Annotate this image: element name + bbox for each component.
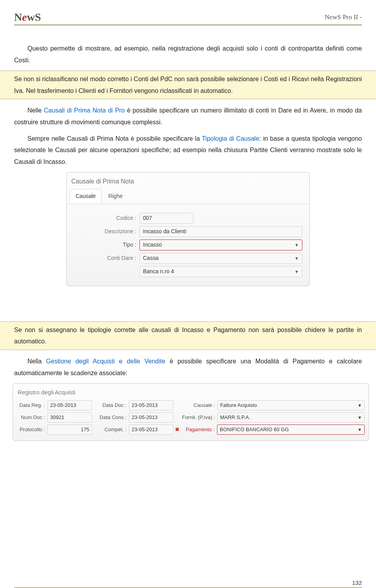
window-title: Registro degli Acquisti: [17, 386, 365, 400]
link-causali-prima-nota[interactable]: Causali di Prima Nota di Pro: [44, 107, 125, 114]
label-data-doc: Data Doc :: [94, 401, 127, 410]
field-tipo-row: Tipo : Incasso▼: [74, 240, 302, 250]
window-title: Causale di Prima Nota: [67, 172, 309, 189]
tab-causale[interactable]: Causale: [70, 189, 101, 204]
paragraph-causali: Nelle Causali di Prima Nota di Pro è pos…: [14, 105, 362, 128]
window-causale-prima-nota: Causale di Prima Nota Causale Righe Codi…: [66, 172, 310, 286]
select-fornit[interactable]: MARR S.P.A.▼: [217, 412, 365, 423]
label-conti-dare: Conti Dare :: [74, 253, 139, 263]
label-descrizione: Descrizione :: [74, 227, 139, 237]
select-conti-dare-2[interactable]: Banca n.ro 4▼: [139, 266, 302, 277]
field-codice-row: Codice : 007: [74, 213, 302, 224]
input-data-doc[interactable]: 23-05-2013: [129, 400, 174, 410]
paragraph-gestione: Nella Gestione degli Acquisti e delle Ve…: [14, 356, 362, 379]
highlight-box-2: Se non si assegnano le tipologie corrett…: [0, 321, 376, 350]
logo: NewS: [14, 11, 41, 24]
page-number: 132: [352, 579, 362, 586]
field-conti-dare-row-2: Banca n.ro 4▼: [74, 266, 302, 277]
label-protocollo: Protocollo :: [17, 425, 45, 434]
page-header: NewS NewS Pro II -: [14, 11, 362, 25]
label-data-cons: Data Cons :: [94, 413, 127, 422]
input-compet[interactable]: 23-05-2013: [129, 425, 174, 435]
delete-icon[interactable]: ✖: [175, 425, 179, 434]
input-data-cons[interactable]: 23-05-2013: [129, 412, 174, 423]
select-conti-dare-1[interactable]: Cassa▼: [139, 253, 302, 264]
label-codice: Codice :: [74, 213, 139, 223]
input-data-reg[interactable]: 23-05-2013: [47, 400, 92, 410]
paragraph-tipologia: Sempre nelle Causali di Prima Nota è pos…: [14, 133, 362, 168]
input-descrizione[interactable]: Incasso da Clienti: [139, 226, 302, 237]
highlight-box-1: Se non si riclassificano nel modo corret…: [0, 71, 376, 99]
label-data-reg: Data Reg. :: [17, 401, 45, 410]
chevron-down-icon: ▼: [295, 268, 299, 276]
tabs: Causale Righe: [67, 189, 309, 204]
field-conti-dare-row: Conti Dare : Cassa▼: [74, 253, 302, 264]
label-pagamento: Pagamento :: [182, 425, 215, 434]
chevron-down-icon: ▼: [295, 254, 299, 262]
app-title: NewS Pro II -: [325, 13, 362, 21]
label-fornit: Fornit. (P.Iva) :: [176, 413, 215, 422]
tab-righe[interactable]: Righe: [102, 189, 128, 204]
field-descrizione-row: Descrizione : Incasso da Clienti: [74, 226, 302, 237]
window-registro-acquisti: Registro degli Acquisti Data Reg. : 23-0…: [13, 383, 369, 441]
input-codice[interactable]: 007: [139, 213, 193, 224]
label-tipo: Tipo :: [74, 240, 139, 250]
chevron-down-icon: ▼: [358, 414, 362, 421]
chevron-down-icon: ▼: [295, 241, 299, 249]
paragraph-intro: Questo permette di mostrare, ad esempio,…: [14, 43, 362, 66]
label-compet: Compet. :: [94, 425, 127, 434]
chevron-down-icon: ▼: [358, 401, 362, 409]
link-tipologia-causale[interactable]: Tipologia di Causale: [202, 135, 259, 142]
link-gestione-acquisti-vendite[interactable]: Gestione degli Acquisti e delle Vendite: [46, 358, 166, 365]
select-pagamento[interactable]: BONIFICO BANCARIO 60 GG▼: [217, 425, 365, 435]
select-causale[interactable]: Fatture Acquisto▼: [217, 400, 365, 410]
label-num-doc: Num Doc :: [17, 413, 45, 422]
input-num-doc[interactable]: 30921: [47, 412, 92, 423]
label-causale: Causale :: [176, 401, 215, 410]
input-protocollo[interactable]: 175: [47, 425, 92, 435]
select-tipo[interactable]: Incasso▼: [139, 240, 302, 250]
chevron-down-icon: ▼: [358, 426, 362, 434]
